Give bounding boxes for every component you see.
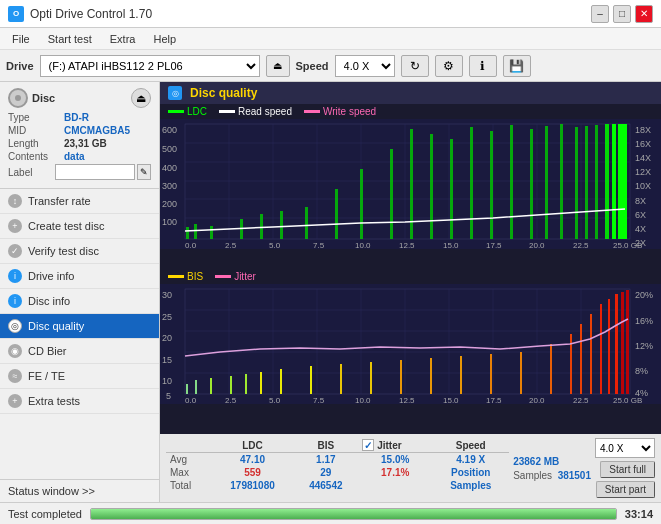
menu-help[interactable]: Help [145, 31, 184, 47]
status-window-button[interactable]: Status window >> [0, 479, 159, 502]
svg-rect-101 [310, 366, 312, 394]
svg-text:12.5: 12.5 [399, 241, 415, 249]
drive-select[interactable]: (F:) ATAPI iHBS112 2 PL06 [40, 55, 260, 77]
stats-col-bis: BIS [294, 438, 359, 453]
bottom-chart-legend: BIS Jitter [160, 269, 661, 284]
nav-disc-info[interactable]: i Disc info [0, 289, 159, 314]
stats-avg-jitter: 15.0% [358, 453, 432, 467]
svg-rect-97 [230, 376, 232, 394]
eject-button[interactable]: ⏏ [266, 55, 290, 77]
svg-text:500: 500 [162, 144, 177, 154]
svg-text:10: 10 [162, 376, 172, 386]
svg-rect-52 [595, 125, 598, 239]
legend-ldc: LDC [168, 106, 207, 117]
menu-start-test[interactable]: Start test [40, 31, 100, 47]
svg-text:12%: 12% [635, 341, 653, 351]
svg-text:25: 25 [162, 312, 172, 322]
settings-button[interactable]: ⚙ [435, 55, 463, 77]
svg-rect-56 [622, 124, 627, 239]
nav-drive-info[interactable]: i Drive info [0, 264, 159, 289]
info-button[interactable]: ℹ [469, 55, 497, 77]
nav-disc-quality[interactable]: ◎ Disc quality [0, 314, 159, 339]
stats-section: LDC BIS ✓ Jitter Speed [160, 434, 661, 502]
nav-extra-tests[interactable]: + Extra tests [0, 389, 159, 414]
menu-extra[interactable]: Extra [102, 31, 144, 47]
svg-text:10X: 10X [635, 181, 651, 191]
stats-max-bis: 29 [294, 466, 359, 479]
nav-create-test-disc[interactable]: + Create test disc [0, 214, 159, 239]
stats-col-ldc: LDC [212, 438, 294, 453]
type-value: BD-R [64, 112, 89, 123]
title-bar: O Opti Drive Control 1.70 – □ ✕ [0, 0, 661, 28]
svg-text:5.0: 5.0 [269, 241, 281, 249]
legend-bis-label: BIS [187, 271, 203, 282]
maximize-button[interactable]: □ [613, 5, 631, 23]
svg-text:12X: 12X [635, 167, 651, 177]
mid-value: CMCMAGBA5 [64, 125, 130, 136]
legend-jitter-label: Jitter [234, 271, 256, 282]
label-edit-button[interactable]: ✎ [137, 164, 151, 180]
svg-text:16%: 16% [635, 316, 653, 326]
svg-rect-94 [186, 384, 188, 394]
stats-max-label: Max [166, 466, 212, 479]
main-layout: Disc ⏏ Type BD-R MID CMCMAGBA5 Length 23… [0, 82, 661, 502]
svg-rect-37 [305, 207, 308, 239]
nav-fe-te[interactable]: ≈ FE / TE [0, 364, 159, 389]
jitter-checkbox[interactable]: ✓ [362, 439, 374, 451]
position-value: 23862 MB [513, 456, 559, 467]
nav-cd-bier[interactable]: ◉ CD Bier [0, 339, 159, 364]
minimize-button[interactable]: – [591, 5, 609, 23]
stats-right-panel: 23862 MB Samples 381501 [513, 438, 591, 498]
close-button[interactable]: ✕ [635, 5, 653, 23]
save-button[interactable]: 💾 [503, 55, 531, 77]
label-input[interactable] [55, 164, 135, 180]
svg-rect-36 [280, 211, 283, 239]
svg-rect-46 [510, 125, 513, 239]
svg-text:20: 20 [162, 333, 172, 343]
svg-rect-106 [460, 356, 462, 394]
test-speed-select[interactable]: 4.0 X [595, 438, 655, 458]
refresh-button[interactable]: ↻ [401, 55, 429, 77]
nav-items: ↕ Transfer rate + Create test disc ✓ Ver… [0, 189, 159, 479]
samples-value: 381501 [558, 470, 591, 481]
svg-rect-33 [210, 226, 213, 239]
stats-total-label: Total [166, 479, 212, 492]
mid-label: MID [8, 125, 64, 136]
start-part-button[interactable]: Start part [596, 481, 655, 498]
disc-eject-icon[interactable]: ⏏ [131, 88, 151, 108]
nav-icon-extra-tests: + [8, 394, 22, 408]
svg-text:0.0: 0.0 [185, 396, 197, 404]
svg-rect-112 [590, 314, 592, 394]
svg-text:15.0: 15.0 [443, 396, 459, 404]
progress-bar-container [90, 508, 617, 520]
svg-rect-103 [370, 362, 372, 394]
svg-rect-108 [520, 352, 522, 394]
nav-icon-verify-test-disc: ✓ [8, 244, 22, 258]
action-controls: 4.0 X Start full Start part [595, 438, 655, 498]
speed-label: Speed [296, 60, 329, 72]
legend-write: Write speed [304, 106, 376, 117]
svg-rect-35 [260, 214, 263, 239]
time-display: 33:14 [625, 508, 653, 520]
svg-text:16X: 16X [635, 139, 651, 149]
speed-select[interactable]: 4.0 X [335, 55, 395, 77]
svg-text:10.0: 10.0 [355, 241, 371, 249]
nav-icon-drive-info: i [8, 269, 22, 283]
svg-rect-114 [608, 299, 610, 394]
svg-rect-109 [550, 344, 552, 394]
top-chart-area: LDC Read speed Write speed [160, 104, 661, 269]
svg-rect-99 [260, 372, 262, 394]
start-full-button[interactable]: Start full [600, 461, 655, 478]
nav-verify-test-disc[interactable]: ✓ Verify test disc [0, 239, 159, 264]
stats-total-ldc: 17981080 [212, 479, 294, 492]
nav-transfer-rate[interactable]: ↕ Transfer rate [0, 189, 159, 214]
svg-rect-53 [605, 124, 609, 239]
svg-rect-54 [612, 124, 616, 239]
status-window-label: Status window >> [8, 485, 95, 497]
menu-file[interactable]: File [4, 31, 38, 47]
svg-rect-44 [470, 127, 473, 239]
svg-rect-40 [390, 149, 393, 239]
stats-max-jitter: 17.1% [358, 466, 432, 479]
stats-col-jitter-check[interactable]: ✓ Jitter [358, 438, 432, 453]
svg-rect-42 [430, 134, 433, 239]
